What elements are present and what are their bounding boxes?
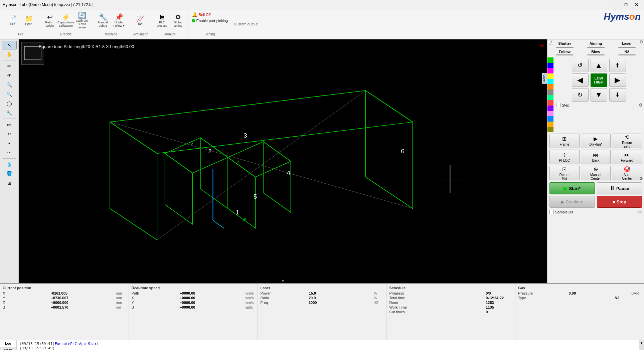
- position-b-unit: rad: [116, 305, 126, 309]
- back-button[interactable]: ⏮ Back: [581, 150, 611, 164]
- close-button[interactable]: ✕: [632, 1, 641, 8]
- step-settings-gear[interactable]: ⚙: [639, 103, 643, 108]
- move-down-button[interactable]: ▼: [591, 88, 607, 102]
- sample-cut-checkbox[interactable]: [549, 210, 554, 214]
- calibrate-b-axis-button[interactable]: 🔄 CalibrateB-axis center: [74, 12, 89, 29]
- color-cell-9[interactable]: [547, 100, 553, 106]
- return-origin-button[interactable]: ↩ ReturnOrigin: [42, 12, 57, 29]
- hand-tool[interactable]: ✋: [2, 50, 17, 59]
- color-cell-12[interactable]: [547, 116, 553, 122]
- log-scrollbar[interactable]: ▲ ▼: [639, 340, 644, 350]
- fill-tool[interactable]: 🪣: [2, 169, 17, 178]
- color-cell-5[interactable]: [547, 79, 553, 84]
- color-cell-1[interactable]: [547, 57, 553, 63]
- canvas-area[interactable]: Square tube Side length20 X R1.8 X Lengt…: [19, 39, 547, 283]
- collapse-arrow[interactable]: ▼: [281, 279, 285, 283]
- move-up-button[interactable]: ▲: [591, 59, 607, 72]
- start-button[interactable]: ▶ Start*: [549, 182, 595, 194]
- schedule-section: Schedule Progress 0/0 Total time 0-12:24…: [386, 284, 515, 340]
- return-zero-button[interactable]: ⟲ ReturnZero: [612, 134, 642, 148]
- dot-tool[interactable]: •: [2, 139, 17, 148]
- laser-control: Laser: [612, 41, 642, 48]
- color-cell-3[interactable]: [547, 68, 553, 73]
- move-right-button[interactable]: ▶: [609, 73, 626, 87]
- minimize-button[interactable]: —: [611, 1, 620, 8]
- laser-settings-gear[interactable]: ⚙: [639, 39, 643, 44]
- sample-cut-gear[interactable]: ⚙: [638, 209, 642, 214]
- rotate-clockwise-button[interactable]: ↻: [572, 88, 589, 102]
- color-cell-8[interactable]: [547, 95, 553, 100]
- undo-tool[interactable]: ↩: [2, 130, 17, 138]
- schedule-totaltime-val: 0-12:24:22: [486, 296, 512, 300]
- n2-label: N2: [624, 50, 629, 54]
- speed-y-val: +0000.00: [180, 301, 206, 305]
- close-canvas-button[interactable]: ✕: [539, 42, 544, 49]
- pt-loc-button[interactable]: ⊹ Pt LOC: [549, 150, 580, 164]
- laser-checkbox[interactable]: ✓: [549, 40, 553, 44]
- pause-button[interactable]: ⏸ Pause: [597, 182, 642, 194]
- manual-center-button[interactable]: ⊕ ManualCenter: [581, 166, 611, 180]
- manual-debug-button[interactable]: 🔧 Manualdebug: [96, 12, 110, 29]
- monitor-group-label: Monitor: [164, 32, 175, 37]
- capacitance-button[interactable]: ⚡ Capacitancecalibration: [58, 12, 73, 29]
- return-mid-button[interactable]: ⊡ ReturnMid: [549, 166, 580, 180]
- color-cell-13[interactable]: [547, 122, 553, 127]
- more-tools[interactable]: ⋯: [2, 148, 17, 157]
- rect-tool[interactable]: ▭: [2, 120, 17, 129]
- zoom-out-tool[interactable]: 🔍: [2, 90, 17, 99]
- maximize-button[interactable]: □: [621, 1, 631, 8]
- log-tab[interactable]: Log: [0, 340, 16, 347]
- color-cell-11[interactable]: [547, 111, 553, 116]
- pencil-tool[interactable]: ✏: [2, 62, 17, 70]
- continue-button[interactable]: ▶ Continue: [549, 196, 595, 208]
- expand-tool[interactable]: ⊞: [2, 179, 17, 187]
- eye-tool[interactable]: 👁: [2, 71, 17, 80]
- color-cell-6[interactable]: [547, 84, 553, 90]
- plc-process-button[interactable]: 🖥 PLCprocess: [155, 12, 169, 29]
- forward-button[interactable]: ⏭ Forward: [612, 150, 642, 164]
- low-high-button[interactable]: LOW HIGH: [591, 73, 607, 87]
- action-row3-gear[interactable]: ⚙: [639, 176, 643, 181]
- auto-center-button[interactable]: 🎯 AutoCenter: [612, 166, 642, 180]
- dryrun-button[interactable]: ▶ DryRun*: [581, 134, 611, 148]
- log-link[interactable]: ExecutePLC:App_Start: [55, 342, 99, 346]
- continue-label: Continue: [566, 199, 583, 204]
- laser-control-row: Shutter Aiming Laser ✓ ⚙: [547, 39, 644, 49]
- open-button[interactable]: 📁 Open: [21, 12, 36, 29]
- color-cell-14[interactable]: [547, 127, 553, 132]
- zoom-in-tool[interactable]: 🔍: [2, 80, 17, 89]
- forward-icon: ⏭: [624, 152, 630, 158]
- continue-icon: ▶: [561, 199, 565, 204]
- droplet-tool[interactable]: 💧: [2, 160, 17, 169]
- log-area: Log Alarm (09/13 15:59:41)ExecutePLC:App…: [0, 340, 644, 350]
- global-setting-button[interactable]: ⚙ Globalsetting: [171, 12, 185, 29]
- dryrun-label: DryRun*: [590, 143, 602, 146]
- layer-tab[interactable]: Layer: [542, 73, 547, 84]
- frame-button[interactable]: ⊞ Frame: [549, 134, 580, 148]
- color-cell-7[interactable]: [547, 90, 553, 95]
- toolbar-divider: [3, 60, 16, 60]
- select-tool[interactable]: ↖: [2, 41, 17, 49]
- bell-off-button[interactable]: 🔔 Bell Off: [192, 12, 228, 17]
- svg-line-19: [213, 220, 224, 228]
- color-cell-2[interactable]: [547, 63, 553, 68]
- file-button[interactable]: 📄 File: [5, 12, 20, 29]
- color-cell-10[interactable]: [547, 106, 553, 111]
- circle-tool[interactable]: ◯: [2, 99, 17, 108]
- alarm-tab[interactable]: Alarm: [0, 347, 16, 350]
- rotate-counterclockwise-button[interactable]: ↺: [572, 59, 589, 72]
- enable-part-picking-button[interactable]: Enable part-picking: [192, 19, 228, 23]
- move-left-button[interactable]: ◀: [572, 73, 589, 87]
- step-checkbox[interactable]: [556, 103, 560, 107]
- move-up-alt-button[interactable]: ⬆: [609, 59, 626, 72]
- toolbar-divider-2: [3, 119, 16, 119]
- tool-button[interactable]: 📈 Tool: [133, 12, 148, 29]
- move-down-alt-button[interactable]: ⬇: [609, 88, 626, 102]
- holder-follow-button[interactable]: 📌 HolderFollow ▾: [112, 12, 126, 29]
- tools-icon[interactable]: 🔧: [2, 109, 17, 117]
- schedule-cuttimes-row: Cut times 0: [389, 310, 512, 314]
- forward-label: Forward: [621, 159, 633, 162]
- color-cell-4[interactable]: [547, 73, 553, 79]
- stop-button[interactable]: ■ Stop: [597, 196, 642, 208]
- scroll-up-arrow[interactable]: ▲: [640, 341, 643, 345]
